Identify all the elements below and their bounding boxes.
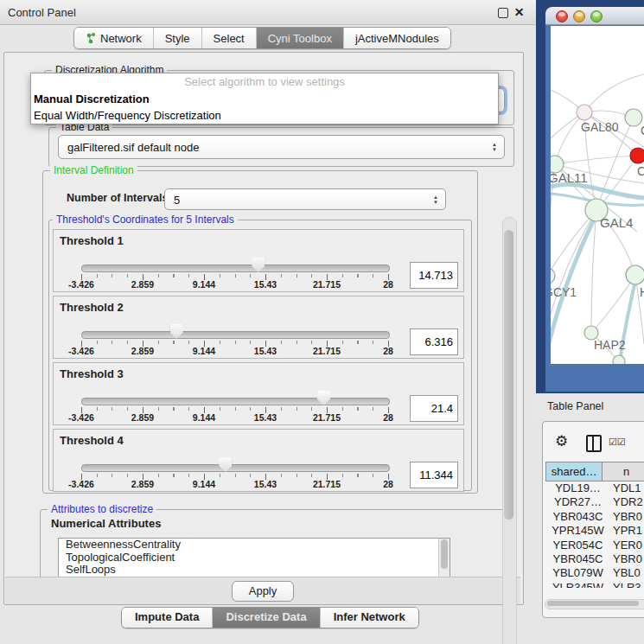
- node-label: C: [637, 164, 644, 178]
- dropdown-item-manual-discretization[interactable]: Manual Discretization: [31, 91, 498, 107]
- bottom-tab-discretize-data[interactable]: Discretize Data: [213, 608, 320, 628]
- slider-tick-labels: -3.4262.8599.14415.4321.71528: [81, 279, 389, 290]
- dropdown-hint-item[interactable]: Select algorithm to view settings: [31, 73, 498, 91]
- network-icon: [86, 32, 96, 44]
- table-row[interactable]: YLR345WYLR3: [545, 581, 644, 588]
- threshold-box: Threshold 2 -3.4262.8599.14415.4321.7152…: [53, 296, 464, 359]
- tick-label: 21.715: [313, 279, 341, 290]
- cell-name[interactable]: YBR0: [610, 510, 644, 524]
- cell-name[interactable]: YBL0: [610, 566, 644, 580]
- tab-label: Network: [100, 32, 142, 45]
- network-edge[interactable]: [555, 156, 638, 164]
- apply-bar: Apply: [5, 577, 520, 604]
- table-horizontal-scrollbar[interactable]: [545, 599, 644, 609]
- bottom-tab-infer-network[interactable]: Infer Network: [321, 608, 418, 628]
- tab-label: Select: [214, 32, 245, 45]
- table-row[interactable]: YPR145WYPR1: [545, 524, 644, 538]
- float-window-icon[interactable]: [498, 8, 508, 18]
- table-row[interactable]: YBR045CYBR0: [545, 552, 644, 566]
- threshold-slider-track[interactable]: [81, 464, 390, 472]
- threshold-value-field[interactable]: [410, 262, 458, 289]
- attributes-group: Attributes to discretize Numerical Attri…: [40, 509, 509, 585]
- table-row[interactable]: YBR043CYBR0: [545, 510, 644, 524]
- top-tabbar: NetworkStyleSelectCyni ToolboxjActiveMNo…: [73, 27, 451, 49]
- attribute-item[interactable]: SelfLoops: [59, 564, 450, 577]
- network-node-gcy1[interactable]: [551, 268, 555, 284]
- apply-button[interactable]: Apply: [232, 581, 294, 602]
- cell-name[interactable]: YDL1: [610, 481, 644, 495]
- cell-name[interactable]: YPR1: [610, 524, 644, 538]
- threshold-slider-track[interactable]: [81, 265, 390, 272]
- table-row[interactable]: YDL19…YDL1: [545, 481, 644, 495]
- hscroll-thumb[interactable]: [547, 601, 639, 606]
- threshold-slider-track[interactable]: [81, 331, 390, 339]
- cell-shared-name[interactable]: YBR043C: [545, 510, 610, 524]
- tick-label: 2.859: [131, 412, 154, 423]
- cell-shared-name[interactable]: YDL19…: [545, 481, 610, 495]
- network-node[interactable]: [613, 355, 625, 364]
- bottom-tab-impute-data[interactable]: Impute Data: [122, 608, 213, 628]
- mac-zoom-button[interactable]: [590, 10, 603, 22]
- table-data-combo[interactable]: galFiltered.sif default node ▲▼: [58, 135, 505, 159]
- table-row[interactable]: YBL079WYBL0: [545, 566, 644, 580]
- tick-label: 9.144: [193, 412, 215, 423]
- attribute-item[interactable]: TopologicalCoefficient: [59, 552, 450, 564]
- threshold-slider-track[interactable]: [81, 398, 390, 405]
- number-of-intervals-spinner[interactable]: 5 ▲▼: [164, 188, 446, 210]
- tab-label: jActiveMNodules: [355, 32, 439, 45]
- column-header-name[interactable]: n: [603, 462, 644, 481]
- threshold-value-field[interactable]: [410, 395, 458, 422]
- cell-shared-name[interactable]: YDR27…: [545, 495, 610, 509]
- network-edge[interactable]: [584, 74, 644, 112]
- cell-name[interactable]: YDR2: [610, 495, 644, 509]
- tab-style[interactable]: Style: [154, 28, 202, 48]
- column-header-shared-name[interactable]: shared…: [545, 462, 603, 481]
- mac-minimize-button[interactable]: [573, 10, 585, 22]
- node-label: GAL80: [581, 120, 619, 134]
- cell-shared-name[interactable]: YPR145W: [545, 524, 610, 538]
- interval-definition-title: Interval Definition: [50, 164, 137, 176]
- tick-label: 9.144: [193, 279, 215, 290]
- scrollbar-thumb[interactable]: [504, 230, 513, 520]
- number-of-intervals-value: 5: [174, 193, 180, 206]
- interval-definition-group: Interval Definition Number of Intervals …: [42, 170, 478, 494]
- cell-shared-name[interactable]: YLR345W: [545, 581, 610, 588]
- table-row[interactable]: YER054CYER0: [545, 539, 644, 552]
- tab-select[interactable]: Select: [202, 28, 257, 48]
- tick-label: -3.426: [68, 412, 94, 423]
- columns-icon[interactable]: [586, 435, 602, 452]
- network-node-c[interactable]: [630, 148, 644, 163]
- network-view[interactable]: GAL80GCGAL11GAL4GCY1HHAP2: [551, 26, 644, 364]
- tab-jactivemnodules[interactable]: jActiveMNodules: [344, 28, 450, 48]
- network-node-gal80[interactable]: [577, 105, 592, 120]
- close-icon[interactable]: ✕: [513, 7, 525, 18]
- slider-tick-labels: -3.4262.8599.14415.4321.71528: [81, 346, 389, 356]
- cell-name[interactable]: YLR3: [610, 581, 644, 588]
- threshold-label: Threshold 3: [60, 367, 124, 380]
- attribute-item[interactable]: BetweennessCentrality: [59, 539, 450, 552]
- network-node-h[interactable]: [626, 265, 644, 284]
- select-columns-checkboxes-icon[interactable]: ☑☑: [609, 437, 626, 448]
- cell-name[interactable]: YBR0: [610, 552, 644, 566]
- table-row[interactable]: YDR27…YDR2: [545, 495, 644, 509]
- tick-label: 15.43: [254, 412, 277, 423]
- cell-name[interactable]: YER0: [610, 539, 644, 552]
- tab-network[interactable]: Network: [74, 28, 154, 48]
- panel-vertical-scrollbar[interactable]: [502, 217, 517, 644]
- attributes-list-scrollbar[interactable]: [438, 539, 450, 578]
- network-window-titlebar[interactable]: [545, 7, 644, 25]
- gear-icon[interactable]: ⚙: [555, 432, 568, 450]
- cell-shared-name[interactable]: YBL079W: [545, 566, 610, 580]
- tab-cyni-toolbox[interactable]: Cyni Toolbox: [257, 28, 344, 48]
- cell-shared-name[interactable]: YBR045C: [545, 552, 610, 566]
- cell-shared-name[interactable]: YER054C: [545, 539, 610, 552]
- network-edge[interactable]: [591, 210, 596, 333]
- dropdown-item-equal-width-frequency-discretization[interactable]: Equal Width/Frequency Discretization: [31, 107, 498, 124]
- network-node-g[interactable]: [625, 109, 642, 126]
- numerical-attributes-label: Numerical Attributes: [51, 517, 161, 530]
- threshold-value-field[interactable]: [410, 328, 458, 355]
- mac-close-button[interactable]: [556, 10, 568, 22]
- threshold-value-field[interactable]: [410, 462, 458, 488]
- tick-label: 28: [383, 279, 393, 290]
- numerical-attributes-list[interactable]: BetweennessCentralityTopologicalCoeffici…: [58, 538, 450, 579]
